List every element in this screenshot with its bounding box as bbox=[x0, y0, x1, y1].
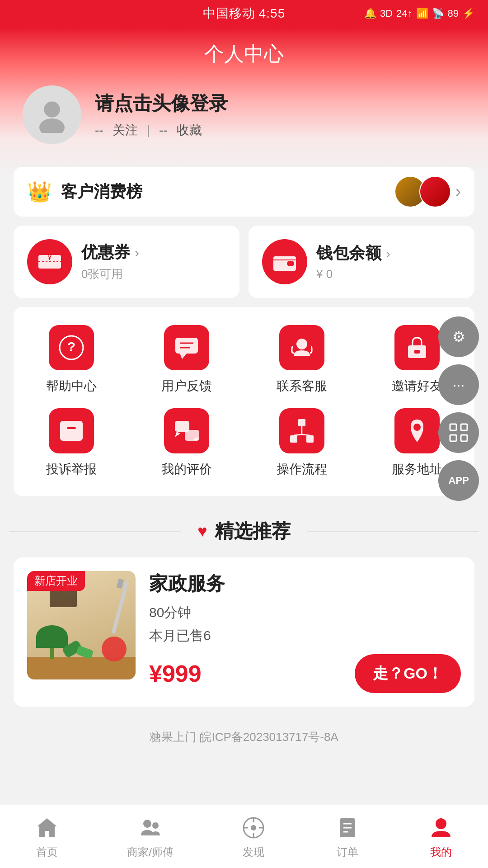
stat-divider: | bbox=[147, 123, 150, 137]
svg-rect-17 bbox=[60, 421, 83, 441]
invite-icon bbox=[394, 325, 440, 370]
nav-item-home[interactable]: 首页 bbox=[33, 814, 61, 859]
crown-icon: 👑 bbox=[27, 180, 52, 203]
profile-section[interactable]: 请点击头像登录 -- 关注 | -- 收藏 bbox=[0, 85, 488, 158]
home-icon bbox=[33, 814, 61, 841]
svg-point-37 bbox=[251, 825, 256, 830]
nav-item-discover[interactable]: 发现 bbox=[240, 814, 267, 859]
location-label: 服务地址 bbox=[392, 461, 442, 478]
process-label: 操作流程 bbox=[277, 461, 327, 478]
featured-title: 精选推荐 bbox=[215, 519, 291, 544]
menu-item-feedback[interactable]: 用户反馈 bbox=[129, 325, 244, 395]
menu-item-help[interactable]: ? 帮助中心 bbox=[14, 325, 129, 395]
nav-label-order: 订单 bbox=[337, 845, 358, 859]
svg-line-28 bbox=[302, 434, 310, 435]
location-icon bbox=[394, 408, 440, 453]
merchant-icon bbox=[137, 814, 164, 841]
profile-nav-icon bbox=[427, 814, 455, 841]
cards-row: ¥ 优惠券 › 0张可用 钱包余额 › ¥ 0 bbox=[0, 226, 488, 298]
rank-bar[interactable]: 👑 客户消费榜 › bbox=[14, 167, 474, 217]
coupon-card[interactable]: ¥ 优惠券 › 0张可用 bbox=[14, 226, 239, 298]
coupon-title: 优惠券 bbox=[81, 241, 130, 264]
avatar[interactable] bbox=[23, 85, 81, 144]
wallet-card[interactable]: 钱包余额 › ¥ 0 bbox=[249, 226, 474, 298]
wallet-icon bbox=[262, 239, 307, 284]
svg-text:?: ? bbox=[67, 339, 75, 354]
status-icons: 🔔 3D 24↑ 📶 📡 89 ⚡ bbox=[364, 8, 474, 19]
menu-section: ? 帮助中心 用户反馈 联系客服 邀请好友 bbox=[14, 307, 474, 496]
coupon-content: 优惠券 › 0张可用 bbox=[81, 241, 226, 282]
menu-item-process[interactable]: 操作流程 bbox=[244, 408, 359, 478]
follows-value: -- bbox=[95, 123, 103, 137]
svg-point-29 bbox=[413, 424, 421, 431]
app-float-button[interactable]: APP bbox=[438, 460, 479, 501]
follows-label: 关注 bbox=[113, 122, 138, 139]
nav-item-order[interactable]: 订单 bbox=[334, 814, 361, 859]
coupon-icon: ¥ bbox=[27, 239, 72, 284]
rank-avatar-2 bbox=[419, 176, 451, 208]
product-sold: 本月已售6 bbox=[149, 627, 461, 645]
svg-rect-10 bbox=[175, 338, 198, 354]
featured-section: ♥ 精选推荐 bbox=[0, 505, 488, 768]
favorites-value: -- bbox=[159, 123, 168, 137]
heart-icon: ♥ bbox=[197, 522, 207, 541]
svg-rect-31 bbox=[461, 424, 467, 430]
divider-left bbox=[9, 531, 181, 532]
favorites-label: 收藏 bbox=[177, 122, 202, 139]
page-title: 个人中心 bbox=[0, 27, 488, 85]
review-label: 我的评价 bbox=[161, 461, 212, 478]
svg-point-35 bbox=[152, 822, 159, 829]
chat-float-button[interactable]: ··· bbox=[438, 364, 479, 405]
svg-rect-32 bbox=[450, 435, 456, 441]
order-icon bbox=[334, 814, 361, 841]
svg-point-1 bbox=[39, 118, 65, 133]
invite-label: 邀请好友 bbox=[392, 377, 442, 395]
wallet-title: 钱包余额 bbox=[316, 242, 381, 264]
rank-left: 👑 客户消费榜 bbox=[27, 180, 142, 203]
nav-label-profile: 我的 bbox=[430, 845, 452, 859]
menu-item-complaint[interactable]: 投诉举报 bbox=[14, 408, 129, 478]
nav-item-profile[interactable]: 我的 bbox=[427, 814, 455, 859]
product-name: 家政服务 bbox=[149, 571, 461, 596]
svg-point-34 bbox=[143, 820, 151, 828]
go-button[interactable]: 走？GO！ bbox=[355, 654, 461, 693]
svg-rect-25 bbox=[306, 435, 314, 443]
product-image: 新店开业 bbox=[27, 571, 136, 679]
svg-rect-33 bbox=[461, 435, 467, 441]
gear-float-button[interactable]: ⚙ bbox=[438, 316, 479, 357]
icp-text: 糖果上门 皖ICP备2023013717号-8A bbox=[0, 716, 488, 754]
svg-point-0 bbox=[44, 101, 60, 117]
scan-float-button[interactable] bbox=[438, 412, 479, 453]
feedback-label: 用户反馈 bbox=[161, 377, 212, 395]
svg-rect-16 bbox=[414, 350, 420, 354]
svg-rect-23 bbox=[298, 419, 305, 426]
svg-rect-18 bbox=[67, 427, 76, 429]
floating-buttons: ⚙ ··· APP bbox=[438, 316, 479, 501]
rank-right: › bbox=[394, 176, 461, 208]
service-icon bbox=[279, 325, 324, 370]
svg-rect-30 bbox=[450, 424, 456, 430]
menu-item-service[interactable]: 联系客服 bbox=[244, 325, 359, 395]
nav-item-merchant[interactable]: 商家/师傅 bbox=[127, 814, 174, 859]
review-icon bbox=[164, 408, 209, 453]
menu-grid: ? 帮助中心 用户反馈 联系客服 邀请好友 bbox=[14, 321, 474, 482]
product-info: 家政服务 80分钟 本月已售6 ¥999 走？GO！ bbox=[149, 571, 461, 693]
nav-label-discover: 发现 bbox=[243, 845, 264, 859]
wallet-content: 钱包余额 › ¥ 0 bbox=[316, 242, 461, 281]
svg-marker-20 bbox=[175, 432, 180, 437]
svg-line-27 bbox=[294, 434, 302, 435]
product-badge: 新店开业 bbox=[27, 571, 85, 591]
feedback-icon bbox=[164, 325, 209, 370]
nav-label-merchant: 商家/师傅 bbox=[127, 845, 174, 859]
svg-rect-6 bbox=[287, 261, 294, 266]
coupon-subtitle: 0张可用 bbox=[81, 266, 226, 282]
coupon-chevron: › bbox=[135, 245, 139, 260]
menu-item-review[interactable]: 我的评价 bbox=[129, 408, 244, 478]
profile-info: 请点击头像登录 -- 关注 | -- 收藏 bbox=[95, 91, 465, 139]
status-carrier-time: 中国移动 bbox=[203, 5, 255, 22]
product-card[interactable]: 新店开业 家政服务 80分钟 本月已售6 ¥999 走？GO！ bbox=[14, 557, 474, 707]
status-time: 4:55 bbox=[259, 6, 286, 21]
rank-avatars bbox=[394, 176, 451, 208]
divider-right bbox=[307, 531, 479, 532]
process-icon bbox=[279, 408, 324, 453]
